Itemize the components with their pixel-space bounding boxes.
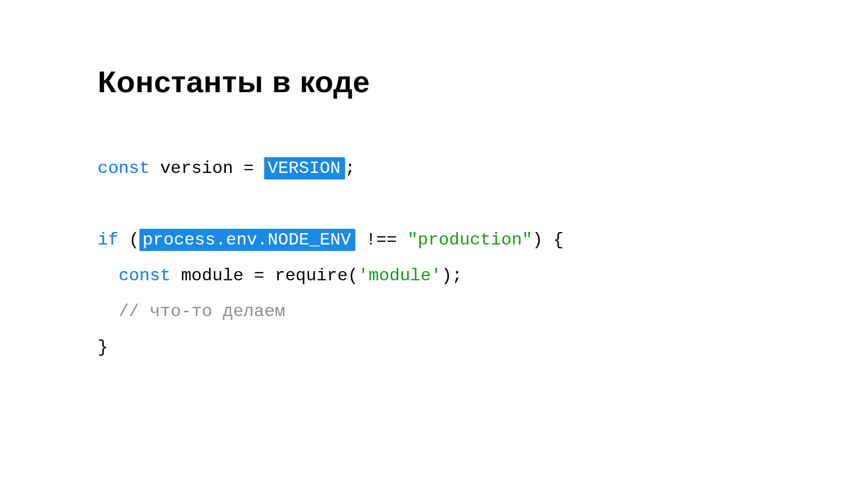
indent xyxy=(98,301,118,322)
code-text: !== xyxy=(355,230,407,250)
code-text: ); xyxy=(442,266,462,286)
string-production: "production" xyxy=(407,230,532,250)
string-module: 'module' xyxy=(358,266,442,286)
code-block: const version = VERSION; if (process.env… xyxy=(98,151,770,365)
code-line-4: // что-то делаем xyxy=(98,301,285,322)
keyword-const: const xyxy=(118,266,170,286)
code-text: ) { xyxy=(532,230,564,250)
code-text: ( xyxy=(118,230,139,250)
code-text: version = xyxy=(150,158,264,178)
slide: Константы в коде const version = VERSION… xyxy=(0,0,868,365)
code-comment: // что-то делаем xyxy=(118,301,285,322)
keyword-const: const xyxy=(98,158,150,178)
code-text: module = require( xyxy=(170,266,358,286)
code-line-3: const module = require('module'); xyxy=(98,266,462,286)
code-text: ; xyxy=(345,158,355,178)
slide-title: Константы в коде xyxy=(98,64,770,99)
highlight-version: VERSION xyxy=(264,157,344,179)
code-line-2: if (process.env.NODE_ENV !== "production… xyxy=(98,229,564,251)
keyword-if: if xyxy=(98,230,118,250)
code-line-1: const version = VERSION; xyxy=(98,157,355,179)
indent xyxy=(98,266,118,286)
code-line-5: } xyxy=(98,337,108,357)
highlight-node-env: process.env.NODE_ENV xyxy=(139,229,355,251)
code-text: } xyxy=(98,337,108,357)
